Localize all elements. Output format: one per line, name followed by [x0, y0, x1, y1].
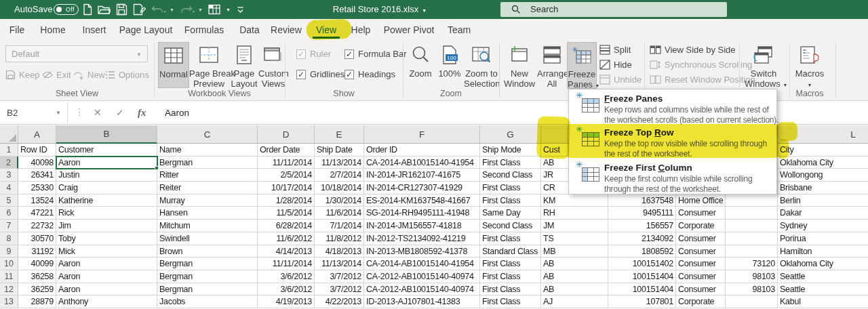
cell-D6[interactable]: 11/5/2014 [258, 207, 315, 220]
cell-A8[interactable]: 30570 [18, 232, 56, 245]
cell-G9[interactable]: Standard Class [480, 245, 541, 258]
sheet-view-combo[interactable]: Default▼ [5, 45, 148, 62]
cell-F2[interactable]: CA-2014-AB10015140-41954 [364, 157, 480, 169]
open-icon[interactable] [98, 3, 111, 16]
cell-B1[interactable]: Customer [56, 144, 157, 157]
cell-D1[interactable]: Order Date [258, 144, 315, 157]
cell-F11[interactable]: CA-2012-AB10015140-40974 [364, 270, 480, 283]
keep-button[interactable]: Keep [5, 70, 39, 80]
cell-C3[interactable]: Ritter [157, 169, 258, 182]
cell-F7[interactable]: IN-2014-JM156557-41818 [364, 220, 480, 232]
fill-handle[interactable] [155, 166, 159, 170]
cell-G12[interactable]: First Class [480, 283, 541, 296]
normal-view-button[interactable]: Normal [158, 42, 189, 88]
cell-F13[interactable]: ID-2013-AJ107801-41383 [364, 295, 480, 308]
cell-G2[interactable]: First Class [480, 157, 541, 169]
cell-E5[interactable]: 1/30/2014 [315, 194, 364, 207]
cell-H8[interactable]: TS [541, 232, 608, 245]
cell-F1[interactable]: Order ID [364, 144, 480, 157]
cell-L13[interactable]: Kabul [778, 295, 868, 308]
cell-E12[interactable]: 3/7/2012 [315, 283, 364, 296]
view-side-by-side-button[interactable]: View Side by Side [650, 45, 736, 55]
cell-D4[interactable]: 10/17/2014 [258, 182, 315, 194]
cell-J8[interactable]: Consumer [676, 232, 726, 245]
cell-I6[interactable]: 9495111 [608, 207, 676, 220]
cell-I10[interactable]: 100151402 [608, 258, 676, 270]
menu-item-freeze-panes[interactable]: ✳Freeze PanesKeep rows and columns visib… [569, 94, 776, 126]
zoom-to-selection-button[interactable]: Zoom toSelection [464, 42, 499, 89]
cell-A4[interactable]: 25330 [18, 182, 56, 194]
row-header-8[interactable]: 8 [0, 232, 18, 245]
row-header-6[interactable]: 6 [0, 207, 18, 220]
cell-A10[interactable]: 40099 [18, 258, 56, 270]
cell-E9[interactable]: 4/18/2013 [315, 245, 364, 258]
tab-power-pivot[interactable]: Power Pivot [384, 19, 435, 41]
cell-B4[interactable]: Craig [56, 182, 157, 194]
cell-D13[interactable]: 4/19/2013 [258, 295, 315, 308]
cell-K5[interactable] [726, 194, 778, 207]
cell-L4[interactable]: Brisbane [778, 182, 868, 194]
cell-K8[interactable] [726, 232, 778, 245]
tab-team[interactable]: Team [448, 19, 471, 41]
cell-F3[interactable]: IN-2014-JR162107-41675 [364, 169, 480, 182]
custom-views-button[interactable]: CustomViews [258, 42, 288, 89]
tab-file[interactable]: File [9, 19, 25, 41]
column-header-A[interactable]: A [18, 125, 56, 144]
cell-A5[interactable]: 13524 [18, 194, 56, 207]
tab-page-layout[interactable]: Page Layout [119, 19, 173, 41]
cell-I9[interactable]: 1808592 [608, 245, 676, 258]
cell-G5[interactable]: First Class [480, 194, 541, 207]
redo-caret-icon[interactable]: ▼ [198, 7, 203, 12]
cell-C1[interactable]: Name [157, 144, 258, 157]
row-header-9[interactable]: 9 [0, 245, 18, 258]
table-style-icon[interactable] [208, 3, 223, 16]
cell-B10[interactable]: Aaron [56, 258, 157, 270]
column-header-D[interactable]: D [258, 125, 315, 144]
cell-L3[interactable]: Wollongong [778, 169, 868, 182]
new-window-button[interactable]: NewWindow [503, 42, 536, 89]
cell-A12[interactable]: 36259 [18, 283, 56, 296]
select-all-corner[interactable] [0, 125, 18, 144]
cell-A9[interactable]: 31192 [18, 245, 56, 258]
cell-A3[interactable]: 26341 [18, 169, 56, 182]
cell-C2[interactable]: Bergman [157, 157, 258, 169]
cell-G7[interactable]: Second Class [480, 220, 541, 232]
cell-E6[interactable]: 11/6/2014 [315, 207, 364, 220]
cell-E2[interactable]: 11/13/2014 [315, 157, 364, 169]
cell-G4[interactable]: First Class [480, 182, 541, 194]
cell-L7[interactable]: Sydney [778, 220, 868, 232]
cell-C13[interactable]: Jacobs [157, 295, 258, 308]
cell-C9[interactable]: Brown [157, 245, 258, 258]
cell-L11[interactable]: Seattle [778, 270, 868, 283]
tab-insert[interactable]: Insert [82, 19, 106, 41]
customize-qat-icon[interactable] [236, 3, 245, 16]
cell-G8[interactable]: First Class [480, 232, 541, 245]
cell-B3[interactable]: Justin [56, 169, 157, 182]
cell-F4[interactable]: IN-2014-CR127307-41929 [364, 182, 480, 194]
table-style-caret-icon[interactable]: ▼ [226, 7, 231, 12]
cell-L9[interactable]: Hamilton [778, 245, 868, 258]
cell-K9[interactable] [726, 245, 778, 258]
cell-I13[interactable]: 107801 [608, 295, 676, 308]
enter-formula-button[interactable]: ✓ [116, 102, 124, 124]
cell-H11[interactable]: AB [541, 270, 608, 283]
search-box[interactable]: Search [500, 2, 727, 17]
cell-D11[interactable]: 3/6/2012 [258, 270, 315, 283]
cell-F8[interactable]: IN-2012-TS2134092-41219 [364, 232, 480, 245]
cell-H5[interactable]: KM [541, 194, 608, 207]
synchronous-scrolling-button[interactable]: Synchronous Scrolling [650, 60, 752, 70]
cell-G10[interactable]: First Class [480, 258, 541, 270]
undo-caret-icon[interactable]: ▼ [170, 7, 174, 12]
macros-button[interactable]: Macros▼ [793, 42, 826, 90]
column-header-E[interactable]: E [315, 125, 364, 144]
cell-C10[interactable]: Bergman [157, 258, 258, 270]
cell-F10[interactable]: CA-2014-AB10015140-41954 [364, 258, 480, 270]
cell-F12[interactable]: CA-2012-AB10015140-40974 [364, 283, 480, 296]
cell-K10[interactable]: 73120 [726, 258, 778, 270]
page-break-preview-button[interactable]: Page BreakPreview [189, 42, 229, 89]
cell-G11[interactable]: First Class [480, 270, 541, 283]
row-header-7[interactable]: 7 [0, 220, 18, 232]
cell-B6[interactable]: Rick [56, 207, 157, 220]
cell-J12[interactable]: Consumer [676, 283, 726, 296]
cell-H13[interactable]: AJ [541, 295, 608, 308]
